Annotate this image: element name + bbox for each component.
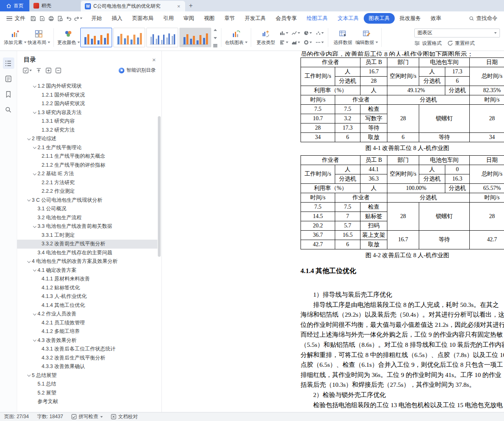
table-cell[interactable]: 5.7 bbox=[335, 221, 360, 231]
print-preview-button[interactable] bbox=[55, 14, 64, 23]
toc-item[interactable]: 2.1 生产线平衡理论 bbox=[17, 143, 157, 152]
toc-item[interactable]: 4.1.3 人-机作业优化 bbox=[17, 292, 157, 301]
proofread-button[interactable]: 文档校对 bbox=[111, 413, 138, 420]
table-cell[interactable]: 16.7 bbox=[387, 231, 419, 249]
table-cell[interactable]: 28 bbox=[301, 123, 335, 133]
file-menu[interactable]: 文件 bbox=[3, 15, 29, 22]
table-cell[interactable]: 分选机 bbox=[419, 174, 445, 184]
chevron-down-icon[interactable] bbox=[32, 226, 38, 227]
table-cell[interactable]: 利用率（%） bbox=[301, 86, 360, 95]
chart-type-area-button[interactable] bbox=[290, 38, 301, 46]
table-cell[interactable]: 42.7 bbox=[470, 231, 504, 249]
chart-type-bar-button[interactable] bbox=[279, 38, 290, 46]
paragraph-line[interactable]: 点胶（6.5s）、检查（6.1s）合并入工位 9，则优化后工位 8 只包含一项工 bbox=[301, 360, 504, 370]
chevron-down-icon[interactable] bbox=[32, 173, 38, 175]
paragraph-line[interactable]: 分解和重排，可将工位 8 中的排粗红线（6.5s）、点胶（7.8s）以及工位 1… bbox=[301, 350, 504, 360]
online-chart-button[interactable]: 在线图表 bbox=[224, 29, 248, 47]
table-cell[interactable]: 写数字 bbox=[360, 114, 387, 123]
table-cell[interactable]: 36.7 bbox=[301, 231, 335, 240]
search-command[interactable]: 查找命令 bbox=[469, 15, 501, 22]
table-cell[interactable]: 员工 B bbox=[360, 156, 387, 165]
table-cell[interactable]: 人 bbox=[335, 165, 360, 174]
table-cell[interactable]: 7.5 bbox=[301, 203, 335, 212]
table-cell[interactable]: 部门 bbox=[387, 156, 419, 165]
close-tab-icon[interactable]: × bbox=[176, 3, 181, 9]
table-cell[interactable]: 员工 B bbox=[360, 58, 387, 67]
chart-style-thumbnail-4[interactable] bbox=[179, 28, 211, 47]
table-cell[interactable]: 3.2 bbox=[335, 114, 360, 123]
table-cell[interactable]: 6 bbox=[387, 133, 419, 142]
table-cell[interactable]: 28 bbox=[360, 77, 387, 86]
reset-style-button[interactable]: 重置样式 bbox=[447, 40, 475, 47]
menu-correction[interactable]: 批改服务 bbox=[395, 13, 426, 24]
table-cell[interactable]: 电池包车间 bbox=[419, 156, 470, 165]
toc-item[interactable]: 5 总结展望 bbox=[17, 371, 157, 380]
table-cell[interactable]: 28 bbox=[387, 203, 419, 231]
table-cell[interactable]: 人 bbox=[360, 86, 387, 95]
table-cell[interactable]: 6 bbox=[335, 133, 360, 142]
select-data-button[interactable]: 选择数据 bbox=[331, 29, 355, 47]
word-count[interactable]: 字数: 18437 bbox=[37, 413, 63, 420]
set-format-button[interactable]: 设置格式 bbox=[414, 40, 442, 47]
chevron-down-icon[interactable] bbox=[32, 339, 38, 341]
table-cell[interactable]: 作业者 bbox=[301, 58, 360, 67]
toc-scrollbar[interactable] bbox=[158, 116, 161, 257]
table-cell[interactable]: 6 bbox=[445, 77, 470, 86]
paragraph-line[interactable]: 括装后壳（10.3s）和焊接后壳（27.5s），其作业时间为 37.8s。 bbox=[301, 380, 504, 390]
toc-item[interactable]: 5.2 展望 bbox=[17, 389, 157, 398]
table-cell[interactable]: 等待 bbox=[360, 123, 387, 133]
paragraph-line[interactable]: 排细红线，其作业时间为 36s。工位 9 的作业时间为 41s。工序 10 的作… bbox=[301, 370, 504, 380]
table-cell[interactable]: 100.00% bbox=[387, 184, 445, 193]
table-cell[interactable]: 时间/s bbox=[301, 193, 335, 203]
new-tab-button[interactable]: + bbox=[185, 0, 197, 11]
table-cell[interactable]: 等待 bbox=[419, 133, 470, 142]
toc-item[interactable]: 2.2 基础 IE 方法 bbox=[17, 170, 157, 179]
menu-draw-tools[interactable]: 绘图工具 bbox=[302, 13, 333, 24]
table-cell[interactable]: 16.3 bbox=[445, 174, 470, 184]
chart-type-scatter-button[interactable] bbox=[314, 29, 325, 37]
table-cell[interactable]: 17.3 bbox=[445, 67, 470, 77]
menu-review[interactable]: 审阅 bbox=[179, 13, 199, 24]
paragraph-line[interactable]: 排导线工序是由电池组装段工位 8 的工人完成，耗时 50.3s。在其之 bbox=[301, 300, 504, 310]
chevron-down-icon[interactable] bbox=[26, 375, 32, 376]
table-cell[interactable]: 时间/s bbox=[470, 193, 504, 203]
toc-item[interactable]: 4.1 确定改善方案 bbox=[17, 266, 157, 275]
chevron-down-icon[interactable] bbox=[32, 313, 38, 315]
toc-item[interactable]: 4.1.2 多能工培养 bbox=[17, 327, 157, 336]
tab-home[interactable]: 首页 bbox=[0, 0, 29, 11]
toc-item[interactable]: 2 理论综述 bbox=[17, 134, 157, 143]
table-cell[interactable]: 44.1 bbox=[360, 165, 387, 174]
toc-item[interactable]: 3.4 电池包生产线存在的主要问题 bbox=[17, 249, 157, 258]
toc-item[interactable]: 2.1.1 生产线平衡的相关概念 bbox=[17, 152, 157, 161]
chart-type-line-button[interactable] bbox=[290, 29, 301, 37]
table-cell[interactable]: 分选机 bbox=[387, 95, 470, 105]
toc-item[interactable]: 2.2.2 作业测定 bbox=[17, 187, 157, 196]
table-cell[interactable]: 17.3 bbox=[335, 123, 360, 133]
table-cell[interactable]: 人 bbox=[335, 67, 360, 77]
table-cell[interactable]: 分选机 bbox=[335, 77, 360, 86]
table-cell[interactable]: 取放 bbox=[360, 133, 387, 142]
contents-pane-button[interactable] bbox=[3, 57, 14, 69]
table-cell[interactable]: 空闲时间/s bbox=[387, 67, 419, 86]
toc-item[interactable]: 3.1 公司概况 bbox=[17, 205, 157, 214]
toc-item[interactable]: 3.2 电池包生产流程 bbox=[17, 214, 157, 223]
paragraph-line[interactable]: 2）检验与锁外壳工序优化 bbox=[301, 390, 504, 400]
table-cell[interactable]: 分选机 bbox=[335, 174, 360, 184]
page-indicator[interactable]: 页面: 27/34 bbox=[4, 413, 29, 420]
table-cell[interactable]: 扫码 bbox=[360, 221, 387, 231]
menu-chart-tools[interactable]: 图表工具 bbox=[364, 13, 395, 24]
table-cell[interactable]: 部门 bbox=[387, 58, 419, 67]
toc-item[interactable]: 5.1 总结 bbox=[17, 380, 157, 389]
table-cell[interactable]: 82.35% bbox=[470, 86, 504, 95]
table-cell[interactable]: 34 bbox=[470, 133, 504, 142]
toc-item[interactable]: 4.1.1 原材料来料改善 bbox=[17, 275, 157, 284]
table-after-improvement[interactable]: 作业者 员工 B 部门 电池包车间 日期 工作时间/s 人 44.1 空闲时间/… bbox=[301, 155, 504, 249]
chart-style-thumbnail-3[interactable] bbox=[146, 28, 178, 47]
table-cell[interactable]: 28 bbox=[470, 203, 504, 231]
table-cell[interactable]: 工作时间/s bbox=[301, 67, 335, 86]
table-cell[interactable]: 空闲时间/s bbox=[387, 165, 419, 184]
paragraph-line[interactable]: 而经过上述海绵与外壳一体化外购之后，工位 9 的作业内容只有固定热敏 bbox=[301, 330, 504, 340]
chevron-down-icon[interactable] bbox=[32, 147, 38, 148]
toc-item[interactable]: 2.2.1 方法研究 bbox=[17, 179, 157, 187]
chevron-down-icon[interactable] bbox=[26, 199, 32, 201]
